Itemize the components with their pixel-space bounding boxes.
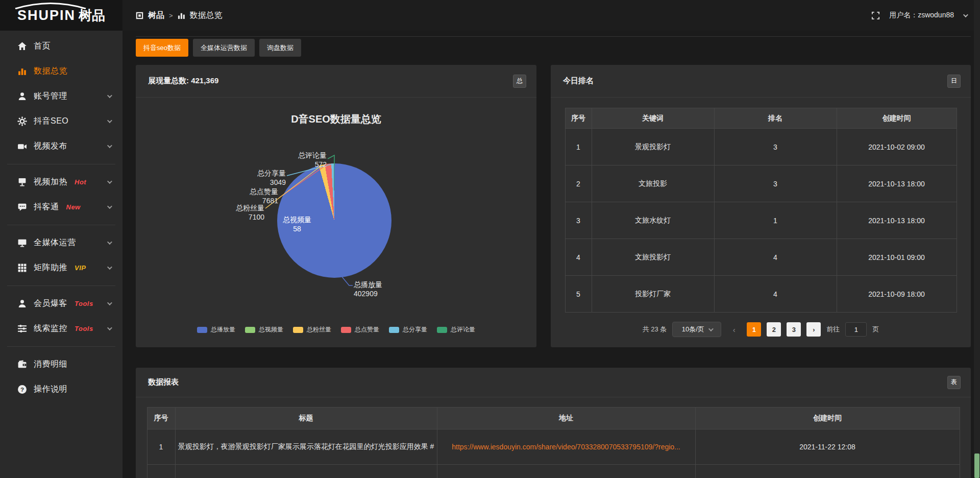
table-header-row: 序号 标题 地址 创建时间 xyxy=(147,408,960,429)
sidebar-divider xyxy=(7,346,115,347)
legend-item-fans[interactable]: 总粉丝量 xyxy=(293,325,331,334)
tools-badge: Tools xyxy=(75,300,93,307)
page-button-2[interactable]: 2 xyxy=(767,322,781,337)
chevron-down-icon xyxy=(107,143,112,148)
table-row: 4文旅投影灯42021-10-01 09:00 xyxy=(565,239,957,276)
logo[interactable]: SHUPIN 树品 xyxy=(0,0,122,31)
logo-arc xyxy=(12,2,89,9)
sidebar-item-video-publish[interactable]: 视频发布 xyxy=(0,134,122,159)
tab-inquiry-data[interactable]: 询盘数据 xyxy=(259,39,301,57)
pie-label-likes: 总点赞量7681 xyxy=(250,187,278,205)
ranking-card-title: 今日排名 xyxy=(563,76,594,86)
legend-item-comments[interactable]: 总评论量 xyxy=(437,325,475,334)
table-row xyxy=(147,465,960,478)
report-table: 序号 标题 地址 创建时间 1 景观投影灯，夜游景观投影灯厂家展示展示落花灯在花… xyxy=(147,407,960,478)
report-card-title: 数据报表 xyxy=(148,377,179,387)
tab-douyin-seo-data[interactable]: 抖音seo数据 xyxy=(136,39,188,57)
sliders-icon xyxy=(17,324,27,333)
page-button-3[interactable]: 3 xyxy=(787,322,801,337)
goto-label: 前往 xyxy=(826,325,840,334)
table-view-button[interactable]: 表 xyxy=(947,376,961,389)
goto-page-input[interactable] xyxy=(845,322,867,337)
wallet-icon xyxy=(17,360,27,369)
bar-chart-icon xyxy=(17,66,27,76)
grid-icon xyxy=(17,263,27,273)
user-icon xyxy=(17,91,27,101)
table-row: 5投影灯厂家42021-10-09 18:00 xyxy=(565,276,957,313)
chevron-down-icon xyxy=(107,93,112,98)
legend-item-shares[interactable]: 总分享量 xyxy=(389,325,427,334)
today-ranking-card: 今日排名 日 序号 关键词 排名 创建时间 xyxy=(551,65,971,347)
sidebar-item-help[interactable]: ? 操作说明 xyxy=(0,377,122,402)
chevron-down-icon xyxy=(107,204,112,209)
total-view-button[interactable]: 总 xyxy=(513,75,526,88)
tools-badge: Tools xyxy=(75,325,93,332)
sidebar-item-consumption[interactable]: 消费明细 xyxy=(0,352,122,377)
chat-bubble-icon xyxy=(17,202,27,212)
table-row: 1 景观投影灯，夜游景观投影灯厂家展示展示落花灯在花园里的灯光投影应用效果 # … xyxy=(147,429,960,465)
svg-text:?: ? xyxy=(20,386,24,393)
sidebar-item-data-overview[interactable]: 数据总览 xyxy=(0,59,122,84)
pagination: 共 23 条 10条/页 ‹ 1 2 3 › 前往 页 xyxy=(551,322,971,337)
sidebar-item-account[interactable]: 账号管理 xyxy=(0,84,122,109)
home-icon xyxy=(17,41,27,51)
sidebar-item-home[interactable]: 首页 xyxy=(0,34,122,59)
prev-page-button[interactable]: ‹ xyxy=(727,322,741,337)
sidebar-item-media-ops[interactable]: 全媒体运营 xyxy=(0,230,122,255)
overview-icon xyxy=(136,12,143,19)
table-row: 3文旅水纹灯12021-10-13 18:00 xyxy=(565,202,957,239)
chevron-down-icon xyxy=(107,240,112,245)
table-row: 2文旅投影32021-10-13 18:00 xyxy=(565,165,957,202)
next-page-button[interactable]: › xyxy=(806,322,821,337)
pie-label-shares: 总分享量3049 xyxy=(257,169,286,187)
total-count: 共 23 条 xyxy=(643,325,667,334)
sidebar-item-matrix-boost[interactable]: 矩阵助推 VIP xyxy=(0,255,122,280)
legend-item-plays[interactable]: 总播放量 xyxy=(197,325,235,334)
vertical-scrollbar[interactable] xyxy=(974,0,980,478)
chart-title: D音SEO数据量总览 xyxy=(136,112,536,126)
day-view-button[interactable]: 日 xyxy=(947,75,961,88)
video-camera-icon xyxy=(17,141,27,151)
signboard-icon xyxy=(17,177,27,187)
chevron-down-icon xyxy=(107,300,112,305)
impressions-total: 展现量总数: 421,369 xyxy=(148,76,218,86)
page-size-select[interactable]: 10条/页 xyxy=(672,322,721,337)
scrollbar-thumb[interactable] xyxy=(974,453,979,478)
chevron-down-icon[interactable] xyxy=(963,12,968,17)
sidebar-item-clue-monitor[interactable]: 线索监控 Tools xyxy=(0,316,122,341)
bar-chart-icon xyxy=(178,12,185,19)
chart-legend: 总播放量 总视频量 总粉丝量 总点赞量 总分享量 总评论量 xyxy=(136,325,536,334)
new-badge: New xyxy=(66,203,81,211)
page-button-1[interactable]: 1 xyxy=(747,322,761,337)
video-title-cell: 景观投影灯，夜游景观投影灯厂家展示展示落花灯在花园里的灯光投影应用效果 # xyxy=(175,429,437,465)
username[interactable]: 用户名：zswodun88 xyxy=(889,11,954,20)
vip-badge: VIP xyxy=(75,264,86,272)
logo-text-en: SHUPIN xyxy=(17,8,76,23)
breadcrumb-current: 数据总览 xyxy=(190,10,223,21)
legend-item-videos[interactable]: 总视频量 xyxy=(245,325,283,334)
main-content: 抖音seo数据 全媒体运营数据 询盘数据 展现量总数: 421,369 总 xyxy=(122,31,980,478)
sidebar-divider xyxy=(7,285,115,286)
tab-media-ops-data[interactable]: 全媒体运营数据 xyxy=(193,39,255,57)
sidebar-item-member[interactable]: 会员爆客 Tools xyxy=(0,291,122,316)
member-icon xyxy=(17,299,27,308)
chevron-down-icon xyxy=(107,118,112,123)
fullscreen-icon[interactable] xyxy=(871,11,880,20)
help-icon: ? xyxy=(17,385,27,394)
hot-badge: Hot xyxy=(75,178,86,186)
sidebar-item-douketong[interactable]: 抖客通 New xyxy=(0,195,122,220)
sidebar-divider xyxy=(7,164,115,164)
sidebar-item-douyin-seo[interactable]: 抖音SEO xyxy=(0,109,122,134)
monitor-icon xyxy=(17,238,27,248)
video-url-link[interactable]: https://www.iesdouyin.com/share/video/70… xyxy=(452,443,680,451)
top-bar: SHUPIN 树品 树品 > 数据总览 用户名：zswodun88 xyxy=(0,0,980,31)
breadcrumb-root[interactable]: 树品 xyxy=(148,10,164,21)
data-tabs: 抖音seo数据 全媒体运营数据 询盘数据 xyxy=(136,39,971,57)
sidebar-item-video-heat[interactable]: 视频加热 Hot xyxy=(0,170,122,195)
table-row: 1景观投影灯32021-10-02 09:00 xyxy=(565,129,957,165)
table-header-row: 序号 关键词 排名 创建时间 xyxy=(565,108,957,129)
chevron-down-icon xyxy=(107,179,112,184)
legend-item-likes[interactable]: 总点赞量 xyxy=(341,325,379,334)
gear-icon xyxy=(17,116,27,126)
data-report-card: 数据报表 表 序号 标题 地址 创建时间 xyxy=(136,368,971,478)
